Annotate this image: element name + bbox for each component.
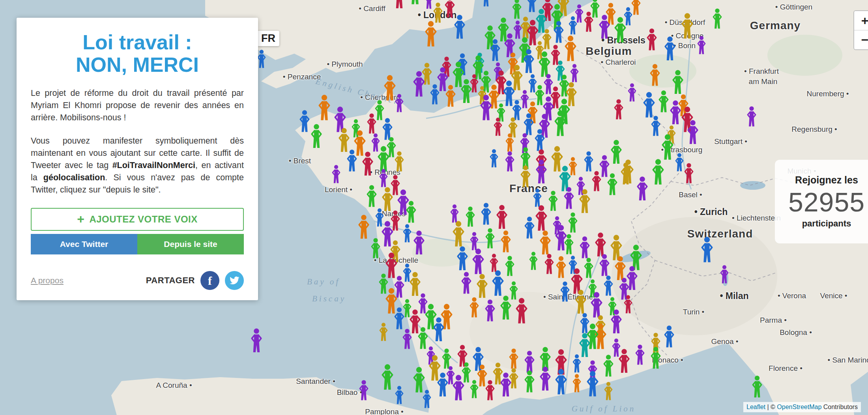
participant-marker[interactable] [393, 307, 405, 330]
participant-marker[interactable] [460, 79, 473, 104]
participant-marker[interactable] [496, 205, 509, 230]
participant-marker[interactable] [424, 21, 438, 47]
participant-marker[interactable] [658, 90, 670, 113]
participant-marker[interactable] [650, 347, 662, 370]
participant-marker[interactable] [310, 124, 323, 149]
participant-marker[interactable] [484, 299, 496, 322]
participant-marker[interactable] [358, 380, 369, 401]
participant-marker[interactable] [493, 118, 503, 136]
participant-marker[interactable] [613, 99, 624, 120]
participant-marker[interactable] [554, 368, 568, 395]
participant-marker[interactable] [257, 50, 267, 69]
participant-marker[interactable] [646, 28, 658, 51]
participant-marker[interactable] [299, 110, 311, 133]
participant-marker[interactable] [683, 163, 694, 184]
participant-marker[interactable] [570, 64, 580, 83]
participant-marker[interactable] [583, 151, 594, 172]
about-link[interactable]: A propos [31, 276, 64, 285]
participant-marker[interactable] [357, 215, 370, 239]
participant-marker[interactable] [590, 292, 604, 318]
participant-marker[interactable] [563, 187, 575, 210]
participant-marker[interactable] [331, 165, 341, 184]
participant-marker[interactable] [470, 380, 479, 399]
twitter-share-button[interactable] [225, 271, 244, 290]
participant-marker[interactable] [522, 49, 535, 74]
participant-marker[interactable] [393, 0, 406, 9]
participant-marker[interactable] [614, 17, 627, 43]
participant-marker[interactable] [529, 252, 539, 271]
participant-marker[interactable] [394, 151, 405, 172]
participant-marker[interactable] [534, 129, 546, 152]
participant-marker[interactable] [379, 323, 389, 342]
participant-marker[interactable] [614, 256, 627, 281]
leaflet-link[interactable]: Leaflet [746, 404, 765, 410]
participant-marker[interactable] [395, 386, 404, 405]
add-voice-button[interactable]: + AJOUTEZ VOTRE VOIX [31, 208, 244, 231]
participant-marker[interactable] [481, 0, 491, 7]
participant-marker[interactable] [583, 11, 594, 32]
participant-marker[interactable] [634, 344, 645, 365]
participant-marker[interactable] [606, 173, 618, 196]
from-site-button[interactable]: Depuis le site [137, 234, 244, 254]
participant-marker[interactable] [432, 317, 445, 342]
participant-marker[interactable] [445, 85, 456, 108]
participant-marker[interactable] [539, 230, 552, 255]
participant-marker[interactable] [700, 236, 714, 263]
participant-marker[interactable] [524, 217, 535, 239]
participant-marker[interactable] [712, 8, 723, 29]
participant-marker[interactable] [649, 64, 661, 87]
participant-marker[interactable] [402, 329, 413, 350]
participant-marker[interactable] [499, 295, 513, 320]
participant-marker[interactable] [504, 151, 515, 172]
participant-marker[interactable] [746, 106, 757, 127]
participant-marker[interactable] [499, 372, 513, 397]
participant-marker[interactable] [610, 140, 623, 165]
participant-marker[interactable] [567, 212, 578, 233]
participant-marker[interactable] [544, 254, 555, 275]
participant-marker[interactable] [594, 232, 607, 257]
participant-marker[interactable] [578, 189, 591, 214]
participant-marker[interactable] [422, 390, 432, 409]
participant-marker[interactable] [642, 92, 656, 118]
participant-marker[interactable] [346, 150, 358, 172]
participant-marker[interactable] [471, 248, 485, 275]
participant-marker[interactable] [535, 205, 548, 232]
participant-marker[interactable] [436, 372, 449, 397]
participant-marker[interactable] [508, 348, 519, 369]
participant-marker[interactable] [405, 201, 417, 224]
participant-marker[interactable] [651, 159, 665, 185]
participant-marker[interactable] [687, 120, 700, 145]
participant-marker[interactable] [555, 256, 567, 279]
participant-marker[interactable] [469, 297, 480, 318]
participant-marker[interactable] [379, 169, 389, 188]
participant-marker[interactable] [476, 274, 489, 299]
participant-marker[interactable] [491, 270, 505, 297]
participant-marker[interactable] [250, 328, 263, 353]
participant-marker[interactable] [505, 133, 515, 152]
participant-marker[interactable] [572, 374, 582, 393]
participant-marker[interactable] [485, 228, 496, 249]
participant-marker[interactable] [460, 272, 472, 295]
participant-marker[interactable] [524, 370, 535, 393]
participant-marker[interactable] [599, 254, 610, 277]
participant-marker[interactable] [370, 238, 381, 259]
participant-marker[interactable] [520, 165, 531, 188]
participant-marker[interactable] [489, 39, 501, 62]
participant-marker[interactable] [604, 382, 614, 401]
participant-marker[interactable] [479, 94, 493, 121]
participant-marker[interactable] [623, 295, 633, 314]
participant-marker[interactable] [559, 281, 571, 302]
participant-marker[interactable] [456, 246, 469, 271]
participant-marker[interactable] [554, 110, 567, 137]
participant-marker[interactable] [586, 370, 600, 397]
participant-marker[interactable] [318, 94, 331, 121]
participant-marker[interactable] [366, 113, 377, 134]
openstreetmap-link[interactable]: OpenStreetMap [777, 404, 821, 410]
participant-marker[interactable] [485, 380, 496, 401]
participant-marker[interactable] [563, 234, 574, 255]
fr-country-badge[interactable]: FR [257, 31, 279, 46]
participant-marker[interactable] [408, 0, 422, 5]
participant-marker[interactable] [535, 159, 548, 184]
participant-marker[interactable] [672, 70, 685, 95]
participant-marker[interactable] [429, 84, 440, 105]
